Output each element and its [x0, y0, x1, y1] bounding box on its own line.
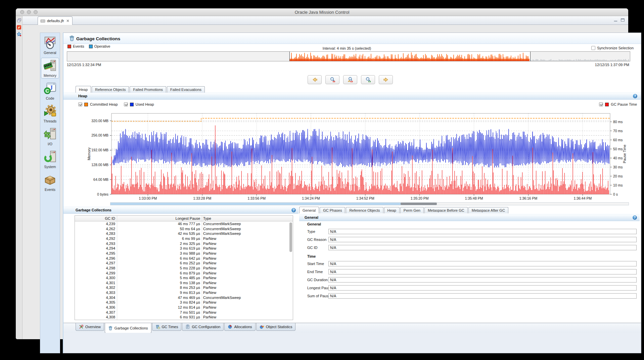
table-row[interactable]: 4,3039 ms 813 µsParNew: [75, 291, 293, 296]
legend-checkbox[interactable]: [599, 102, 603, 106]
tools-icon: [79, 324, 84, 329]
svg-text:70 ms: 70 ms: [613, 129, 623, 133]
legend-checkbox[interactable]: [124, 102, 128, 106]
bottom-tab-overview[interactable]: Overview: [76, 323, 104, 331]
bottom-tabs: Overview Garbage Collections GC Times GC…: [76, 323, 296, 333]
sidebar-item-code[interactable]: J CCode: [41, 81, 59, 101]
tab-failed-evacuations[interactable]: Failed Evacuations: [167, 86, 205, 93]
bottom-tab-allocations[interactable]: Allocations: [224, 323, 255, 331]
sidebar-item-label: General: [41, 51, 59, 55]
table-row[interactable]: 4,3028 ms 253 µsParNew: [75, 286, 293, 291]
field-input-start-time[interactable]: [328, 261, 637, 266]
maximize-view-icon[interactable]: [620, 18, 625, 22]
bottom-tab-object-statistics[interactable]: Object Statistics: [256, 323, 296, 331]
bottom-tab-garbage-collections[interactable]: Garbage Collections: [105, 323, 151, 333]
table-row[interactable]: 4,2985 ms 228 µsParNew: [75, 266, 293, 271]
tab-heap[interactable]: Heap: [76, 86, 91, 93]
view-buttons: [613, 18, 625, 22]
synchronize-checkbox[interactable]: [591, 46, 595, 50]
chart-scrollbar[interactable]: [110, 202, 629, 205]
svg-text:80 ms: 80 ms: [613, 120, 623, 124]
detail-tab-metaspace-after-gc[interactable]: Metaspace After GC: [468, 207, 508, 213]
table-row[interactable]: 4,2932 ms 325 µsParNew: [75, 242, 293, 247]
restore-view-icon[interactable]: [17, 18, 21, 23]
timeline-selection[interactable]: [289, 52, 531, 61]
table-row[interactable]: 4,2926 ms 99 µsParNew: [75, 237, 293, 242]
col-longest-pause[interactable]: Longest Pause: [119, 216, 200, 220]
svg-text:1:35:48 PM: 1:35:48 PM: [465, 196, 483, 200]
help-icon[interactable]: ?: [291, 208, 296, 212]
cell-longest-pause: 7 ms 501 µs: [119, 310, 200, 314]
cell-type: ParNew: [203, 315, 216, 319]
pause-legend: GC Pause Time: [599, 102, 637, 106]
table-row[interactable]: 4,3077 ms 501 µsParNew: [75, 310, 293, 315]
table-row[interactable]: 4,3053 ms 824 µsParNew: [75, 300, 293, 305]
tab-reference-objects[interactable]: Reference Objects: [92, 86, 129, 93]
jmc-perspective-icon[interactable]: [16, 25, 21, 30]
svg-text:64.00 MB: 64.00 MB: [93, 177, 108, 182]
table-row[interactable]: 4,2966 ms 642 µsParNew: [75, 256, 293, 261]
zoom-out-selection-button[interactable]: [343, 75, 357, 84]
table-row[interactable]: 4,30447 ms 469 µsConcurrentMarkSweep: [75, 296, 293, 301]
sidebar-item-threads[interactable]: Threads: [41, 103, 59, 124]
zoom-in-button[interactable]: [361, 75, 375, 84]
arrow-right-button[interactable]: [379, 75, 393, 84]
table-row[interactable]: 4,2976 ms 252 µsParNew: [75, 261, 293, 266]
svg-text:1:35:20 PM: 1:35:20 PM: [411, 196, 429, 200]
detail-tab-reference-objects[interactable]: Reference Objects: [346, 207, 383, 213]
detail-tab-gc-phases[interactable]: GC Phases: [320, 207, 345, 213]
editor-tab-defaults-jfr[interactable]: defaults.jfr: [38, 16, 73, 25]
table-row[interactable]: 4,2953 ms 988 µsParNew: [75, 251, 293, 256]
field-label-type: Type: [307, 229, 315, 234]
detail-tab-heap[interactable]: Heap: [384, 207, 400, 213]
arrow-left-button[interactable]: [308, 75, 322, 84]
table-row[interactable]: 4,3086 ms 931 µsParNew: [75, 315, 293, 320]
table-row[interactable]: 4,26250 ms 64 µsConcurrentMarkSweep: [75, 227, 293, 232]
help-icon[interactable]: ?: [633, 215, 637, 220]
bottom-tab-gc-times[interactable]: GC Times: [152, 323, 182, 331]
field-input-gc-id[interactable]: [328, 245, 637, 250]
cell-type: ConcurrentMarkSweep: [203, 296, 241, 300]
table-row[interactable]: 4,28342 ms 535 µsConcurrentMarkSweep: [75, 232, 293, 237]
sidebar-item-general[interactable]: General: [41, 35, 59, 56]
sidebar-item-io[interactable]: I/O: [41, 126, 59, 147]
legend-checkbox[interactable]: [78, 102, 82, 106]
help-icon[interactable]: ?: [633, 94, 637, 98]
tab-failed-promotions[interactable]: Failed Promotions: [130, 86, 166, 93]
bottom-tab-gc-configuration[interactable]: GC Configuration: [182, 323, 224, 331]
table-row[interactable]: 4,3019 ms 138 µsParNew: [75, 281, 293, 286]
detail-tab-general[interactable]: General: [299, 207, 319, 213]
group-label-time: Time: [307, 254, 316, 258]
field-input-sum-of-pauses[interactable]: [328, 293, 637, 299]
sidebar-item-events[interactable]: Events: [41, 172, 59, 193]
table-row[interactable]: 4,23946 ms 777 µsConcurrentMarkSweep: [75, 222, 293, 227]
col-gc-id[interactable]: GC ID: [75, 216, 115, 220]
table-row[interactable]: 4,2996 ms 879 µsParNew: [75, 271, 293, 276]
close-tab-icon[interactable]: [66, 19, 70, 23]
interval-label: Interval: 4 min 35 s (selected): [63, 46, 630, 50]
detail-tab-perm-gen[interactable]: Perm Gen: [400, 207, 424, 213]
jfr-perspective-icon[interactable]: [16, 32, 21, 37]
sidebar-item-memory[interactable]: Memory: [41, 58, 59, 79]
field-input-type[interactable]: [328, 229, 637, 234]
sidebar-item-system[interactable]: System: [41, 149, 59, 170]
recording-timeline[interactable]: [67, 51, 630, 61]
field-input-gc-duration[interactable]: [328, 277, 637, 282]
table-row[interactable]: 4,3005 ms 485 µsParNew: [75, 276, 293, 281]
field-input-longest-pause[interactable]: [328, 285, 637, 291]
bottom-tab-bar: Overview Garbage Collections GC Times GC…: [63, 323, 641, 333]
zoom-out-button[interactable]: [325, 75, 339, 84]
chart-scrollbar-thumb[interactable]: [401, 203, 437, 205]
trash-clock-icon: [155, 324, 160, 329]
minimize-view-icon[interactable]: [613, 18, 618, 22]
cell-type: ConcurrentMarkSweep: [203, 227, 241, 231]
col-type[interactable]: Type: [203, 216, 211, 220]
gc-table-scrollbar-thumb[interactable]: [289, 222, 292, 252]
table-row[interactable]: 4,30612 ms 814 µsParNew: [75, 305, 293, 310]
synchronize-selection[interactable]: Synchronize Selection: [591, 46, 634, 50]
table-row[interactable]: 4,2943 ms 619 µsParNew: [75, 246, 293, 251]
detail-tab-metaspace-before-gc[interactable]: Metaspace Before GC: [424, 207, 468, 213]
field-input-gc-reason[interactable]: [328, 237, 637, 242]
field-input-end-time[interactable]: [328, 269, 637, 274]
gc-table-panel: Garbage Collections ? GC ID Longest Paus…: [63, 207, 298, 321]
